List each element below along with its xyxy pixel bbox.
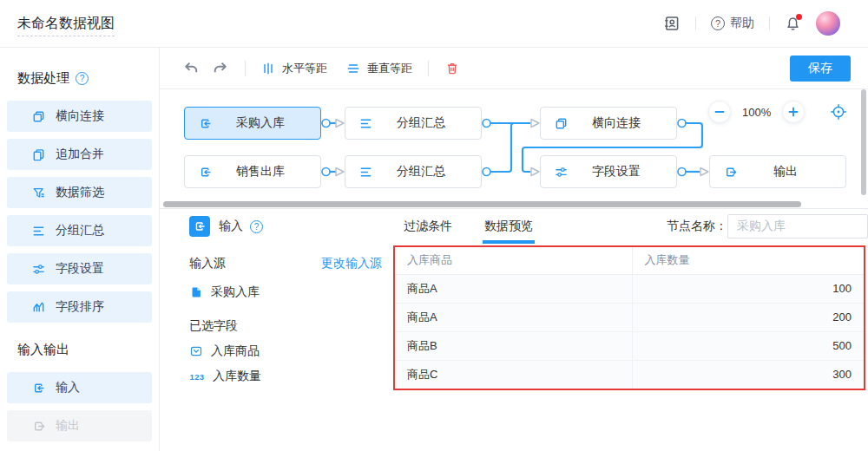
node-group-summary-2[interactable]: 分组汇总 xyxy=(345,155,482,188)
node-purchase-inbound[interactable]: 采购入库 xyxy=(184,107,321,140)
table-row[interactable]: 商品B 500 xyxy=(395,331,864,360)
save-button[interactable]: 保存 xyxy=(790,56,851,82)
sidebar-item-label: 分组汇总 xyxy=(56,223,104,239)
table-row[interactable]: 商品A 100 xyxy=(395,274,864,303)
sidebar-item-group-summary[interactable]: 分组汇总 xyxy=(7,215,152,246)
align-horizontal-button[interactable]: 水平等距 xyxy=(261,61,327,76)
data-preview-table: 入库商品 入库数量 商品A 100 商品A 200 商品B 500 xyxy=(395,247,864,389)
sidebar-item-label: 字段排序 xyxy=(56,299,104,315)
cell-qty: 200 xyxy=(632,303,864,331)
divider xyxy=(695,16,696,30)
node-label: 销售出库 xyxy=(213,164,320,180)
change-source-link[interactable]: 更改输入源 xyxy=(321,256,382,271)
field-name: 入库数量 xyxy=(213,369,261,384)
canvas-toolbar: 水平等距 垂直等距 保存 xyxy=(160,48,868,89)
help-button[interactable]: ? 帮助 xyxy=(711,16,754,31)
group-summary-icon xyxy=(31,224,46,239)
node-label: 采购入库 xyxy=(213,115,320,131)
sidebar-item-label: 追加合并 xyxy=(56,147,104,162)
form-icon xyxy=(189,285,203,299)
panel-help-icon[interactable]: ? xyxy=(250,220,263,233)
field-name: 入库商品 xyxy=(211,343,260,359)
horizontal-join-icon xyxy=(554,116,569,131)
append-merge-icon xyxy=(31,147,46,162)
column-header-qty: 入库数量 xyxy=(632,247,864,274)
input-source-title: 输入源 xyxy=(189,256,226,271)
divider xyxy=(428,61,429,76)
section-title-input-output: 输入输出 xyxy=(17,342,69,358)
sidebar-item-data-filter[interactable]: 数据筛选 xyxy=(7,177,152,208)
field-item[interactable]: 123 入库数量 xyxy=(189,369,382,384)
align-horizontal-label: 水平等距 xyxy=(282,61,327,76)
output-icon xyxy=(31,419,46,434)
cell-qty: 300 xyxy=(632,360,864,389)
sidebar-item-append-merge[interactable]: 追加合并 xyxy=(7,139,152,170)
align-vertical-button[interactable]: 垂直等距 xyxy=(346,61,412,76)
locate-button[interactable] xyxy=(830,103,847,121)
sidebar-item-input[interactable]: 输入 xyxy=(7,372,152,403)
node-output[interactable]: 输出 xyxy=(709,155,846,188)
node-field-settings[interactable]: 字段设置 xyxy=(540,155,677,188)
table-row[interactable]: 商品C 300 xyxy=(395,360,864,389)
flow-canvas[interactable]: 采购入库 分组汇总 横向连接 销售出库 分组 xyxy=(160,89,868,208)
output-icon xyxy=(723,165,738,180)
delete-button[interactable] xyxy=(444,61,460,76)
select-field-icon xyxy=(189,344,203,358)
address-book-icon[interactable] xyxy=(662,15,681,32)
sidebar-item-label: 输入 xyxy=(56,380,80,395)
node-label: 分组汇总 xyxy=(373,164,481,180)
node-group-summary-1[interactable]: 分组汇总 xyxy=(345,107,482,140)
trash-icon xyxy=(444,61,460,76)
horizontal-spacing-icon xyxy=(261,62,275,75)
crosshair-icon xyxy=(830,103,847,121)
redo-icon xyxy=(213,60,229,76)
cell-product: 商品A xyxy=(395,274,632,303)
input-icon xyxy=(198,165,213,180)
cell-product: 商品A xyxy=(395,303,632,331)
table-header-row: 入库商品 入库数量 xyxy=(395,247,864,274)
detail-panel: 输入 ? 过滤条件 数据预览 节点名称： 输入源 更改输入源 xyxy=(160,208,868,451)
node-horizontal-join[interactable]: 横向连接 xyxy=(540,107,677,140)
avatar[interactable] xyxy=(816,11,840,36)
section-title-data-processing: 数据处理 xyxy=(17,70,69,87)
vertical-scrollbar[interactable] xyxy=(861,89,866,195)
sidebar-item-label: 横向连接 xyxy=(56,108,104,124)
source-item[interactable]: 采购入库 xyxy=(189,284,382,300)
zoom-controls: 100% xyxy=(708,101,847,123)
table-row[interactable]: 商品A 200 xyxy=(395,303,864,331)
node-sales-outbound[interactable]: 销售出库 xyxy=(184,155,321,188)
zoom-in-button[interactable] xyxy=(782,101,805,123)
node-label: 分组汇总 xyxy=(373,115,481,131)
main-area: 水平等距 垂直等距 保存 xyxy=(160,48,868,451)
cell-product: 商品B xyxy=(395,331,632,360)
selected-fields-title: 已选字段 xyxy=(189,318,382,334)
horizontal-scrollbar[interactable] xyxy=(163,201,801,207)
input-source-panel: 输入源 更改输入源 采购入库 已选字段 入库商品 xyxy=(160,244,393,384)
horizontal-join-icon xyxy=(31,109,46,124)
undo-icon xyxy=(182,60,199,76)
cell-qty: 100 xyxy=(632,274,864,303)
section-help-icon[interactable]: ? xyxy=(76,72,89,85)
column-header-product: 入库商品 xyxy=(395,247,632,274)
tab-filter-conditions[interactable]: 过滤条件 xyxy=(404,209,452,244)
sidebar-item-field-settings[interactable]: 字段设置 xyxy=(7,253,152,284)
input-icon xyxy=(31,381,46,395)
zoom-out-button[interactable] xyxy=(708,101,731,123)
filter-icon xyxy=(31,186,46,200)
tab-data-preview[interactable]: 数据预览 xyxy=(484,209,533,244)
zoom-level: 100% xyxy=(742,106,771,119)
page-title[interactable]: 未命名数据视图 xyxy=(17,16,115,36)
input-node-chip xyxy=(189,216,210,237)
sidebar-item-field-sort[interactable]: 字段排序 xyxy=(7,291,152,323)
node-label: 输出 xyxy=(738,164,845,180)
help-label: 帮助 xyxy=(730,16,754,31)
notification-dot xyxy=(796,14,802,20)
sidebar-item-label: 字段设置 xyxy=(56,261,104,277)
field-settings-icon xyxy=(554,165,569,180)
undo-button[interactable] xyxy=(182,60,199,76)
sidebar-item-horizontal-join[interactable]: 横向连接 xyxy=(7,101,152,132)
notifications-button[interactable] xyxy=(785,16,801,32)
redo-button[interactable] xyxy=(213,60,229,76)
field-item[interactable]: 入库商品 xyxy=(189,343,382,359)
node-name-input[interactable] xyxy=(727,214,868,239)
